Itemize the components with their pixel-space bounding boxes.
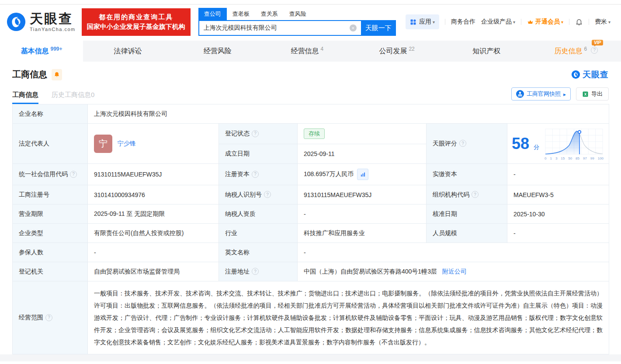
vip-label: 开通会员 bbox=[535, 18, 563, 26]
tab-basic-info[interactable]: 基本信息999+ bbox=[0, 41, 83, 62]
value-legal-representative: 宁 宁少锋 bbox=[88, 124, 219, 164]
search-input[interactable] bbox=[198, 20, 361, 36]
capital-chart-icon[interactable] bbox=[357, 169, 368, 180]
search-tab-company[interactable]: 查公司 bbox=[198, 8, 227, 20]
tianyancha-watermark-icon bbox=[571, 70, 580, 79]
vip-upgrade-link[interactable]: 开通会员 bbox=[527, 18, 563, 26]
score-axis-label: 85 bbox=[576, 156, 579, 160]
page-bottom-strip bbox=[0, 354, 621, 361]
help-icon[interactable] bbox=[459, 140, 466, 147]
score-axis-label: 50 bbox=[568, 156, 572, 160]
vip-badge: VIP bbox=[592, 40, 603, 45]
help-icon[interactable] bbox=[591, 47, 598, 54]
label-taxpayer-id: 纳税人识别号 bbox=[219, 185, 298, 205]
search-tab-boss[interactable]: 查老板 bbox=[227, 8, 255, 20]
export-button[interactable]: 导出 bbox=[576, 87, 609, 101]
label-business-term: 营业期限 bbox=[13, 205, 88, 224]
tianyancha-logo[interactable]: 天眼查 TianYanCha.com bbox=[6, 12, 76, 32]
tab-label: 历史信息 bbox=[555, 47, 583, 56]
help-icon[interactable] bbox=[252, 130, 259, 137]
value-registered-capital: 108.6957万人民币 bbox=[298, 164, 427, 185]
help-icon[interactable] bbox=[70, 171, 77, 178]
tab-operating-risk[interactable]: 经营风险 bbox=[173, 41, 262, 62]
label-industry: 行业 bbox=[219, 224, 298, 243]
value-tianyan-score: 58 分 bbox=[507, 124, 609, 164]
tab-label: 经营信息 bbox=[291, 47, 319, 56]
search-tab-risk[interactable]: 查风险 bbox=[284, 8, 312, 20]
tab-label: 知识产权 bbox=[472, 47, 500, 56]
tab-company-development[interactable]: 公司发展22 bbox=[352, 41, 442, 62]
excel-icon bbox=[582, 91, 589, 97]
divider bbox=[445, 19, 445, 25]
notification-bell-icon[interactable] bbox=[575, 18, 583, 26]
score-axis-label: 0 bbox=[545, 156, 546, 160]
table-row: 企业类型 有限责任公司(自然人投资或控股) 行业 科技推广和应用服务业 人员规模… bbox=[13, 224, 609, 243]
search-area: 查公司 查老板 查关系 查风险 天眼一下 bbox=[198, 8, 396, 36]
tab-label: 法律诉讼 bbox=[114, 47, 142, 56]
section-title: 工商信息 bbox=[12, 69, 47, 80]
header: 天眼查 TianYanCha.com 都在用的商业查询工具 国家中小企业发展子基… bbox=[0, 5, 621, 39]
export-label: 导出 bbox=[591, 90, 603, 98]
value-company-name: 上海次元模因科技有限公司 bbox=[88, 104, 609, 124]
main-tab-bar: 基本信息999+ 法律诉讼 经营风险 经营信息4 公司发展22 知识产权 历史信… bbox=[0, 41, 621, 62]
table-row: 经营范围 一般项目：技术服务、技术开发、技术咨询、技术交流、技术转让、技术推广；… bbox=[13, 281, 609, 354]
legal-representative-link[interactable]: 宁少锋 bbox=[118, 140, 136, 148]
tab-business-info[interactable]: 经营信息4 bbox=[262, 41, 352, 62]
score-axis-label: 15 bbox=[561, 156, 565, 160]
label-registration-number: 工商注册号 bbox=[13, 185, 88, 205]
help-icon[interactable] bbox=[45, 314, 52, 321]
tab-intellectual-property[interactable]: 知识产权 bbox=[442, 41, 531, 62]
label-organization-code: 组织机构代码 bbox=[427, 185, 507, 205]
divider bbox=[569, 19, 569, 25]
stamp-icon bbox=[516, 90, 524, 98]
clear-icon[interactable] bbox=[350, 24, 357, 31]
avatar[interactable]: 宁 bbox=[94, 135, 112, 153]
user-menu[interactable]: 费米 bbox=[595, 18, 611, 26]
content: 工商信息 天眼查 工商信息 历史工商信息0 工商官网快照 bbox=[0, 69, 621, 354]
label-registered-capital: 注册资本 bbox=[219, 164, 298, 185]
tab-label: 公司发展 bbox=[379, 47, 407, 56]
label-company-type: 企业类型 bbox=[13, 224, 88, 243]
value-industry: 科技推广和应用服务业 bbox=[298, 224, 427, 243]
help-icon[interactable] bbox=[264, 191, 271, 198]
tab-history-info[interactable]: 历史信息 6 VIP bbox=[531, 41, 621, 62]
help-icon[interactable] bbox=[472, 191, 479, 198]
official-snapshot-button[interactable]: 工商官网快照 bbox=[511, 87, 571, 101]
monitor-bell-icon[interactable] bbox=[52, 69, 62, 80]
table-row: 企业名称 上海次元模因科技有限公司 bbox=[13, 104, 609, 124]
value-taxpayer-id: 91310115MAEUEFW35J bbox=[298, 185, 427, 205]
table-row: 法定代表人 宁 宁少锋 登记状态 存续 天眼评分 58 分 bbox=[13, 124, 609, 144]
label-registration-status: 登记状态 bbox=[219, 124, 298, 144]
table-row: 参保人数 - 英文名称 - bbox=[13, 243, 609, 262]
label-insured-count: 参保人数 bbox=[13, 243, 88, 262]
apps-label: 应用 bbox=[419, 18, 435, 26]
subtab-business-registration[interactable]: 工商信息 bbox=[12, 91, 38, 104]
label-paid-capital: 实缴资本 bbox=[427, 164, 507, 185]
search-button[interactable]: 天眼一下 bbox=[361, 20, 396, 36]
top-nav: 应用 商务合作 企业级产品 开通会员 费米 bbox=[406, 14, 611, 29]
value-registration-authority: 自由贸易试验区市场监督管理局 bbox=[88, 262, 219, 281]
help-icon[interactable] bbox=[252, 171, 259, 178]
score-axis-label: 3 bbox=[555, 156, 557, 160]
help-icon[interactable] bbox=[252, 268, 259, 275]
enterprise-products-link[interactable]: 企业级产品 bbox=[481, 18, 515, 26]
table-row: 营业期限 2025-09-11 至 无固定期限 纳税人资质 - 核准日期 202… bbox=[13, 205, 609, 224]
brand-domain: TianYanCha.com bbox=[30, 27, 76, 32]
label-company-name: 企业名称 bbox=[13, 104, 88, 124]
score-axis-label: 99 bbox=[590, 156, 594, 160]
tianyancha-logo-icon bbox=[6, 12, 26, 32]
cooperation-link[interactable]: 商务合作 bbox=[451, 18, 475, 26]
tab-legal-proceedings[interactable]: 法律诉讼 bbox=[83, 41, 173, 62]
score-axis-label: 1 bbox=[550, 156, 552, 160]
search-tab-relation[interactable]: 查关系 bbox=[255, 8, 284, 20]
apps-menu[interactable]: 应用 bbox=[406, 14, 439, 29]
business-info-table: 企业名称 上海次元模因科技有限公司 法定代表人 宁 宁少锋 登记状态 存续 天眼… bbox=[12, 104, 609, 354]
value-business-term: 2025-09-11 至 无固定期限 bbox=[88, 205, 219, 224]
value-organization-code: MAEUEFW3-5 bbox=[507, 185, 609, 205]
nearby-companies-link[interactable]: 附近公司 bbox=[442, 268, 467, 275]
score-distribution-chart: 0131550859799100 bbox=[545, 127, 604, 160]
label-tianyan-score: 天眼评分 bbox=[427, 124, 507, 164]
subtab-history-registration[interactable]: 历史工商信息0 bbox=[52, 91, 94, 104]
label-staff-size: 人员规模 bbox=[427, 224, 507, 243]
tab-label: 经营风险 bbox=[204, 47, 232, 56]
